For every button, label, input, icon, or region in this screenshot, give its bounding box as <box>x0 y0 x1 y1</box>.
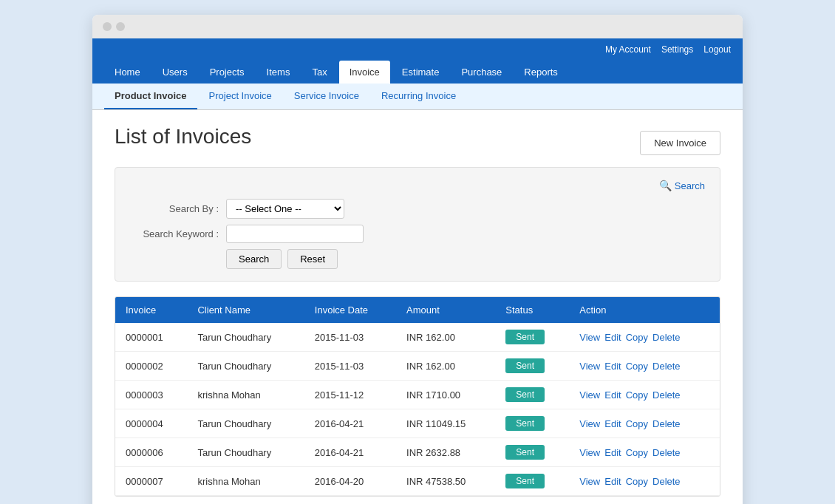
col-status: Status <box>495 297 569 323</box>
col-invoice: Invoice <box>115 297 187 323</box>
cell-action: ViewEditCopyDelete <box>569 352 720 381</box>
search-keyword-row: Search Keyword : <box>130 225 705 243</box>
action-delete-link[interactable]: Delete <box>652 389 681 401</box>
cell-date: 2016-04-21 <box>304 438 396 467</box>
cell-client: Tarun Choudhary <box>187 409 304 438</box>
action-copy-link[interactable]: Copy <box>626 447 648 458</box>
browser-dot-1 <box>103 22 112 31</box>
status-badge: Sent <box>505 474 545 488</box>
cell-amount: INR 162.00 <box>396 352 495 381</box>
cell-invoice: 0000002 <box>115 352 187 381</box>
settings-link[interactable]: Settings <box>661 44 693 55</box>
cell-date: 2015-11-12 <box>304 381 396 409</box>
nav-item-items[interactable]: Items <box>256 61 301 84</box>
action-copy-link[interactable]: Copy <box>626 418 648 429</box>
status-badge: Sent <box>505 330 545 344</box>
action-links: ViewEditCopyDelete <box>579 476 709 487</box>
status-badge: Sent <box>505 387 545 402</box>
action-view-link[interactable]: View <box>579 418 600 429</box>
my-account-link[interactable]: My Account <box>605 44 651 55</box>
col-invoice-date: Invoice Date <box>304 297 396 323</box>
cell-date: 2016-04-20 <box>304 467 396 496</box>
browser-chrome <box>92 15 743 38</box>
action-delete-link[interactable]: Delete <box>652 361 681 372</box>
cell-action: ViewEditCopyDelete <box>569 381 720 409</box>
nav-bar: Home Users Projects Items Tax Invoice Es… <box>92 61 743 84</box>
table-row: 0000003krishna Mohan2015-11-12INR 1710.0… <box>115 381 720 409</box>
cell-status: Sent <box>495 352 569 381</box>
action-view-link[interactable]: View <box>579 476 600 487</box>
action-edit-link[interactable]: Edit <box>604 476 621 487</box>
subnav-product-invoice[interactable]: Product Invoice <box>104 84 197 109</box>
search-reset-button[interactable]: Reset <box>287 249 338 269</box>
action-delete-link[interactable]: Delete <box>652 476 681 487</box>
search-header: 🔍 Search <box>130 180 705 191</box>
top-bar: My Account Settings Logout <box>92 38 743 61</box>
search-by-select[interactable]: -- Select One -- <box>226 199 344 219</box>
action-view-link[interactable]: View <box>579 389 600 401</box>
cell-amount: INR 2632.88 <box>396 438 495 467</box>
action-edit-link[interactable]: Edit <box>604 418 621 429</box>
cell-client: Tarun Choudhary <box>187 438 304 467</box>
nav-item-users[interactable]: Users <box>152 61 198 84</box>
cell-date: 2016-04-21 <box>304 409 396 438</box>
action-delete-link[interactable]: Delete <box>652 447 681 458</box>
cell-action: ViewEditCopyDelete <box>569 409 720 438</box>
browser-window: My Account Settings Logout Home Users Pr… <box>92 15 743 504</box>
sub-nav: Product Invoice Project Invoice Service … <box>92 84 743 110</box>
search-icon: 🔍 <box>659 180 672 191</box>
table-header: Invoice Client Name Invoice Date Amount … <box>115 297 720 323</box>
nav-item-purchase[interactable]: Purchase <box>451 61 512 84</box>
table-row: 0000004Tarun Choudhary2016-04-21INR 1104… <box>115 409 720 438</box>
nav-item-invoice[interactable]: Invoice <box>339 61 390 84</box>
cell-status: Sent <box>495 323 569 352</box>
action-view-link[interactable]: View <box>579 361 600 372</box>
subnav-recurring-invoice[interactable]: Recurring Invoice <box>371 84 466 109</box>
action-copy-link[interactable]: Copy <box>626 476 648 487</box>
nav-item-projects[interactable]: Projects <box>200 61 255 84</box>
cell-status: Sent <box>495 467 569 496</box>
logout-link[interactable]: Logout <box>703 44 731 55</box>
search-link-label: Search <box>675 180 705 191</box>
search-toggle-link[interactable]: 🔍 Search <box>659 180 705 191</box>
cell-client: Tarun Choudhary <box>187 352 304 381</box>
col-amount: Amount <box>396 297 495 323</box>
nav-item-tax[interactable]: Tax <box>301 61 337 84</box>
action-edit-link[interactable]: Edit <box>604 447 621 458</box>
invoices-table-wrapper: Invoice Client Name Invoice Date Amount … <box>115 296 720 497</box>
action-view-link[interactable]: View <box>579 447 600 458</box>
cell-amount: INR 1710.00 <box>396 381 495 409</box>
content-header: List of Invoices New Invoice <box>115 125 720 155</box>
cell-amount: INR 162.00 <box>396 323 495 352</box>
action-edit-link[interactable]: Edit <box>604 389 621 401</box>
action-links: ViewEditCopyDelete <box>579 361 709 372</box>
search-form: Search By : -- Select One -- Search Keyw… <box>130 199 705 269</box>
cell-invoice: 0000001 <box>115 323 187 352</box>
action-copy-link[interactable]: Copy <box>626 361 648 372</box>
table-body: 0000001Tarun Choudhary2015-11-03INR 162.… <box>115 323 720 496</box>
action-delete-link[interactable]: Delete <box>652 332 681 343</box>
nav-item-reports[interactable]: Reports <box>514 61 568 84</box>
page-title: List of Invoices <box>115 125 251 149</box>
table-row: 0000002Tarun Choudhary2015-11-03INR 162.… <box>115 352 720 381</box>
search-keyword-input[interactable] <box>226 225 364 243</box>
action-view-link[interactable]: View <box>579 332 600 343</box>
action-delete-link[interactable]: Delete <box>652 418 681 429</box>
subnav-project-invoice[interactable]: Project Invoice <box>199 84 282 109</box>
status-badge: Sent <box>505 358 545 373</box>
invoices-table: Invoice Client Name Invoice Date Amount … <box>115 297 720 496</box>
status-badge: Sent <box>505 416 545 431</box>
cell-invoice: 0000006 <box>115 438 187 467</box>
action-edit-link[interactable]: Edit <box>604 361 621 372</box>
action-links: ViewEditCopyDelete <box>579 389 709 401</box>
nav-item-home[interactable]: Home <box>104 61 151 84</box>
action-copy-link[interactable]: Copy <box>626 389 648 401</box>
action-edit-link[interactable]: Edit <box>604 332 621 343</box>
nav-item-estimate[interactable]: Estimate <box>392 61 450 84</box>
cell-status: Sent <box>495 409 569 438</box>
action-copy-link[interactable]: Copy <box>626 332 648 343</box>
search-by-row: Search By : -- Select One -- <box>130 199 705 219</box>
search-submit-button[interactable]: Search <box>226 249 282 269</box>
new-invoice-button[interactable]: New Invoice <box>640 131 720 155</box>
subnav-service-invoice[interactable]: Service Invoice <box>284 84 369 109</box>
